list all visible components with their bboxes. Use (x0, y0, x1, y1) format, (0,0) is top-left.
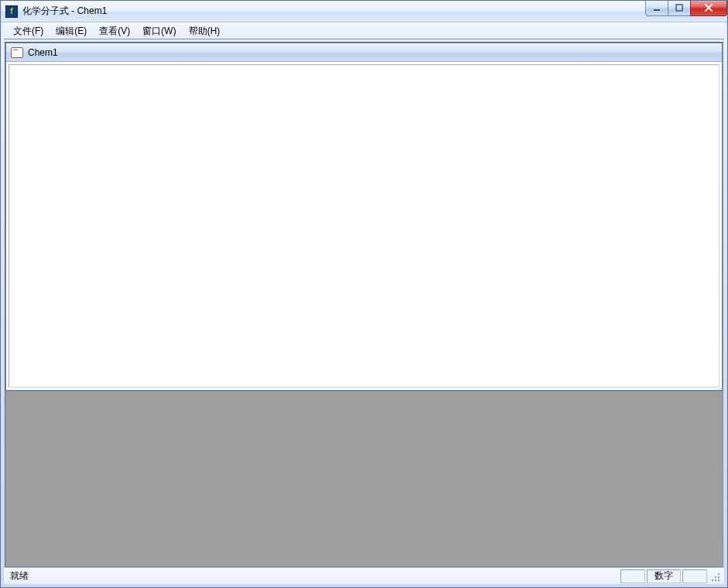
child-window-title: Chem1 (28, 47, 58, 58)
document-canvas[interactable] (9, 64, 719, 388)
svg-rect-0 (654, 9, 660, 11)
menu-view[interactable]: 查看(V) (93, 23, 136, 39)
menubar: 文件(F) 编辑(E) 查看(V) 窗口(W) 帮助(H) (4, 22, 724, 39)
child-titlebar[interactable]: Chem1 (6, 43, 722, 62)
svg-rect-7 (712, 579, 713, 581)
maximize-button[interactable] (668, 1, 691, 16)
svg-rect-6 (715, 579, 716, 581)
close-button[interactable] (690, 1, 727, 16)
menu-window[interactable]: 窗口(W) (136, 23, 182, 39)
svg-rect-2 (718, 573, 719, 575)
app-icon: f (5, 5, 18, 18)
status-ready: 就绪 (7, 569, 619, 583)
menu-edit[interactable]: 编辑(E) (50, 23, 93, 39)
child-window[interactable]: Chem1 (5, 43, 723, 391)
svg-rect-1 (676, 5, 682, 11)
svg-rect-5 (718, 579, 719, 581)
window-title: 化学分子式 - Chem1 (22, 5, 107, 18)
status-pane-numlock: 数字 (647, 569, 681, 583)
main-window: f 化学分子式 - Chem1 文件(F) 编辑(E) 查看(V) (0, 0, 728, 588)
minimize-button[interactable] (645, 1, 668, 16)
menu-file[interactable]: 文件(F) (7, 23, 50, 39)
document-icon (11, 47, 23, 58)
window-controls (646, 1, 727, 16)
resize-grip[interactable] (709, 570, 721, 583)
menu-help[interactable]: 帮助(H) (183, 23, 227, 39)
svg-rect-3 (718, 576, 719, 578)
status-pane-scroll (682, 569, 707, 583)
svg-rect-4 (715, 576, 716, 578)
titlebar[interactable]: f 化学分子式 - Chem1 (1, 1, 727, 22)
mdi-client-area[interactable]: Chem1 (5, 42, 723, 567)
status-pane-caps (620, 569, 645, 583)
statusbar: 就绪 数字 (4, 567, 724, 584)
